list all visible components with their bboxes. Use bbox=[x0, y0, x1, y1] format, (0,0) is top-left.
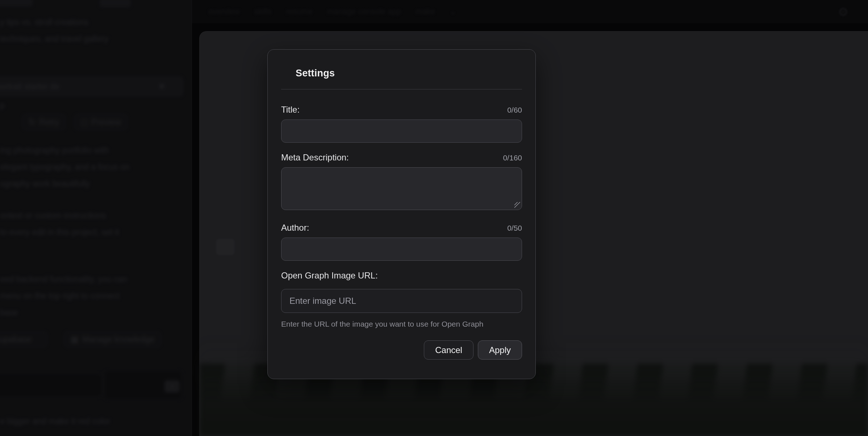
author-counter: 0/50 bbox=[507, 224, 522, 232]
title-input[interactable] bbox=[281, 120, 522, 143]
og-image-url-input[interactable] bbox=[281, 289, 522, 313]
meta-description-wrap bbox=[281, 167, 522, 210]
modal-title: Settings bbox=[296, 68, 522, 79]
meta-description-label: Meta Description: bbox=[281, 152, 349, 163]
og-image-helper-text: Enter the URL of the image you want to u… bbox=[281, 320, 522, 328]
meta-description-field-row: Meta Description: 0/160 bbox=[281, 152, 522, 163]
og-image-field-row: Open Graph Image URL: bbox=[281, 271, 522, 281]
textarea-resize-handle[interactable] bbox=[514, 202, 520, 208]
meta-description-textarea[interactable] bbox=[281, 167, 522, 210]
author-label: Author: bbox=[281, 223, 309, 233]
author-field-row: Author: 0/50 bbox=[281, 223, 522, 233]
title-field-row: Title: 0/60 bbox=[281, 105, 522, 115]
cancel-button[interactable]: Cancel bbox=[424, 340, 473, 360]
title-counter: 0/60 bbox=[507, 106, 522, 114]
apply-button[interactable]: Apply bbox=[478, 340, 522, 360]
meta-description-counter: 0/160 bbox=[503, 154, 522, 162]
modal-body: Title: 0/60 Meta Description: 0/160 Auth… bbox=[268, 89, 535, 360]
modal-actions: Cancel Apply bbox=[281, 340, 522, 360]
title-label: Title: bbox=[281, 105, 300, 115]
og-image-label: Open Graph Image URL: bbox=[281, 271, 378, 281]
modal-header: Settings bbox=[268, 50, 535, 89]
author-input[interactable] bbox=[281, 238, 522, 261]
settings-modal: Settings Title: 0/60 Meta Description: 0… bbox=[267, 49, 536, 379]
